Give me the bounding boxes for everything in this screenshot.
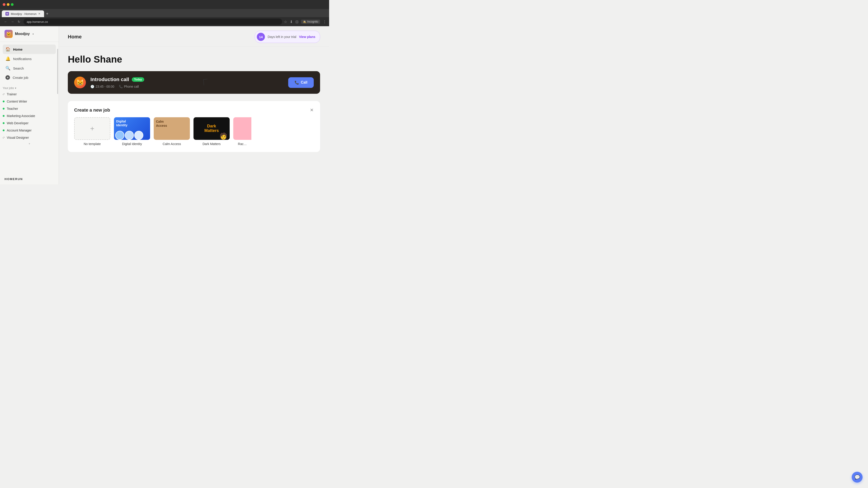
download-icon[interactable]: ⬇ [290, 20, 293, 24]
di-photo-1 [115, 131, 124, 140]
call-button-label: Call [301, 80, 307, 85]
main-content: Home 14 Days left in your trial View pla… [59, 26, 329, 184]
main-body: Hello Shane 😸 Introduction call Today 🕐 … [59, 47, 329, 184]
no-template-thumb: + [74, 117, 110, 140]
create-job-icon: + [5, 75, 10, 80]
digital-identity-thumb: DigitalIdentity [114, 117, 150, 140]
interview-title-row: Introduction call Today [90, 76, 284, 83]
race-thumb [233, 117, 251, 140]
call-button[interactable]: 📞 Call [288, 77, 314, 88]
greeting-text: Hello Shane [68, 54, 320, 65]
browser-chrome [0, 0, 329, 9]
job-dot-visual-designer [3, 137, 4, 138]
template-label-calm-access: Calm Access [154, 142, 190, 146]
sidebar-nav: 🏠 Home 🔔 Notifications 🔍 Search + Create… [0, 42, 59, 85]
window-maximize-button[interactable] [11, 3, 13, 6]
bell-icon: 🔔 [5, 56, 10, 61]
interview-time-text: 23:45 - 00:00 [96, 85, 114, 88]
incognito-label: Incognito [307, 20, 318, 23]
view-plans-link[interactable]: View plans [299, 35, 315, 39]
sidebar-item-home[interactable]: 🏠 Home [3, 44, 56, 54]
active-tab[interactable]: M Moodjoy · Homerun ✕ [2, 10, 44, 17]
scroll-indicator: ▾ [0, 141, 59, 146]
di-photos [114, 131, 150, 140]
sidebar-item-search[interactable]: 🔍 Search [3, 64, 56, 73]
dm-text: DarkMatters [204, 124, 219, 133]
sidebar-item-notifications[interactable]: 🔔 Notifications [3, 54, 56, 64]
job-dot-account-manager [3, 129, 4, 131]
job-label-account-manager: Account Manager [7, 129, 32, 132]
reload-button[interactable]: ↻ [16, 19, 22, 24]
tab-bar: M Moodjoy · Homerun ✕ + [0, 9, 329, 17]
job-dot-web-developer [3, 122, 4, 124]
create-job-header: Create a new job ✕ [74, 107, 314, 113]
sidebar-scrollbar[interactable] [57, 49, 58, 94]
interview-type: 📞 Phone call [119, 85, 139, 88]
template-label-digital-identity: Digital Identity [114, 142, 150, 146]
job-item-account-manager[interactable]: Account Manager [0, 127, 59, 134]
incognito-badge: 🕵 Incognito [301, 20, 320, 24]
jobs-list: Trainer Content Writer Teacher Marketing… [0, 91, 59, 141]
search-icon: 🔍 [5, 66, 10, 71]
app-container: 🐱 Moodjoy ▾ 🏠 Home 🔔 Notifications 🔍 Sea… [0, 26, 329, 184]
url-text: app.homerun.co [27, 20, 48, 24]
template-card-blank[interactable]: + No template [74, 117, 110, 146]
interview-details: 🕐 23:45 - 00:00 📞 Phone call [90, 85, 284, 88]
sidebar-item-create-job[interactable]: + Create job [3, 73, 56, 82]
create-job-title: Create a new job [74, 107, 110, 113]
job-label-marketing-associate: Marketing Associate [7, 114, 35, 118]
templates-grid: + No template DigitalIdentity [74, 117, 314, 146]
template-card-dark-matters[interactable]: DarkMatters 🧑 Dark Matters [193, 117, 230, 146]
calm-access-thumb: CalmAccess [154, 117, 190, 140]
trial-days-number: 14 [257, 33, 265, 41]
tab-close-button[interactable]: ✕ [38, 12, 40, 15]
template-card-calm-access[interactable]: CalmAccess Calm Access [154, 117, 190, 146]
job-dot-trainer [3, 93, 4, 95]
today-badge: Today [132, 77, 144, 82]
job-label-teacher: Teacher [7, 107, 18, 110]
address-bar[interactable]: app.homerun.co [24, 19, 282, 25]
menu-icon[interactable]: ⋮ [323, 20, 327, 24]
di-photo-3 [134, 131, 143, 140]
template-card-race[interactable]: Rac… [233, 117, 251, 146]
back-button[interactable]: ← [3, 19, 8, 24]
template-card-digital-identity[interactable]: DigitalIdentity Digital Identity [114, 117, 150, 146]
trial-badge: 14 Days left in your trial View plans [255, 31, 320, 43]
your-jobs-text: Your jobs [3, 87, 14, 90]
window-close-button[interactable] [3, 3, 5, 6]
job-item-trainer[interactable]: Trainer [0, 91, 59, 98]
home-icon: 🏠 [5, 47, 10, 52]
address-bar-row: ← → ↻ app.homerun.co ☆ ⬇ ⊡ 🕵 Incognito ⋮ [0, 17, 329, 26]
job-item-visual-designer[interactable]: Visual Designer [0, 134, 59, 141]
job-item-web-developer[interactable]: Web Developer [0, 120, 59, 127]
your-jobs-section-label: Your jobs ▾ [0, 85, 59, 91]
window-minimize-button[interactable] [7, 3, 9, 6]
sidebar: 🐱 Moodjoy ▾ 🏠 Home 🔔 Notifications 🔍 Sea… [0, 26, 59, 184]
job-dot-marketing-associate [3, 115, 4, 117]
interview-card: 😸 Introduction call Today 🕐 23:45 - 00:0… [68, 71, 320, 94]
forward-button[interactable]: → [9, 19, 16, 24]
bookmark-icon[interactable]: ☆ [284, 20, 287, 24]
tab-favicon: M [5, 12, 9, 15]
close-create-job-button[interactable]: ✕ [310, 107, 314, 113]
job-label-visual-designer: Visual Designer [7, 136, 29, 139]
job-label-web-developer: Web Developer [7, 121, 29, 125]
new-tab-button[interactable]: + [44, 10, 50, 17]
dm-person-icon: 🧑 [219, 132, 227, 140]
job-item-marketing-associate[interactable]: Marketing Associate [0, 112, 59, 120]
company-avatar: 🐱 [4, 30, 13, 38]
profile-icon[interactable]: ⊡ [296, 20, 298, 24]
plus-icon: + [90, 125, 94, 133]
job-dot-teacher [3, 108, 4, 109]
interview-info: Introduction call Today 🕐 23:45 - 00:00 … [90, 76, 284, 88]
page-title: Home [68, 34, 82, 40]
sidebar-header[interactable]: 🐱 Moodjoy ▾ [0, 26, 59, 42]
interview-title: Introduction call [90, 76, 129, 83]
homerun-logo: HOMERUN [0, 174, 59, 184]
job-item-teacher[interactable]: Teacher [0, 105, 59, 112]
dark-matters-thumb: DarkMatters 🧑 [193, 117, 230, 140]
incognito-icon: 🕵 [303, 20, 306, 23]
browser-icons: ☆ ⬇ ⊡ 🕵 Incognito ⋮ [284, 20, 327, 24]
interview-type-text: Phone call [124, 85, 139, 88]
job-item-content-writer[interactable]: Content Writer [0, 98, 59, 105]
